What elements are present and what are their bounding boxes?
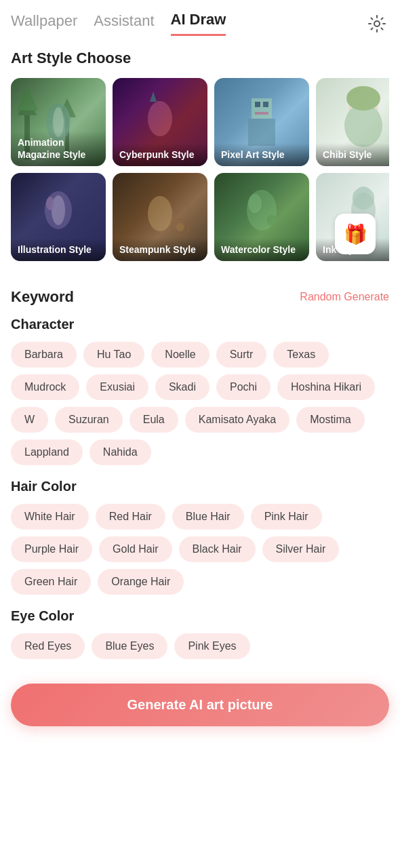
tag-orange-hair[interactable]: Orange Hair [98, 569, 184, 595]
svg-rect-19 [263, 102, 268, 107]
character-tags: Barbara Hu Tao Noelle Surtr Texas Mudroc… [11, 342, 389, 465]
art-card-illustration-label: Illustration Style [11, 238, 106, 261]
keyword-title: Keyword [11, 288, 74, 306]
art-card-chibi-label: Chibi Style [316, 143, 389, 166]
tag-mudrock[interactable]: Mudrock [11, 374, 79, 400]
svg-point-0 [374, 21, 380, 26]
tab-wallpaper[interactable]: Wallpaper [11, 12, 77, 35]
tag-blue-eyes[interactable]: Blue Eyes [92, 633, 167, 659]
tag-mostima[interactable]: Mostima [296, 407, 364, 433]
tag-silver-hair[interactable]: Silver Hair [262, 536, 340, 562]
svg-rect-20 [255, 112, 268, 115]
tag-surtr[interactable]: Surtr [216, 342, 267, 368]
svg-point-16 [176, 223, 184, 231]
art-grid: Animation Magazine Style Illustration St… [11, 78, 389, 268]
svg-rect-17 [252, 98, 272, 119]
tag-pink-hair[interactable]: Pink Hair [251, 504, 322, 530]
tab-ai-draw[interactable]: AI Draw [171, 11, 226, 36]
tag-nahida[interactable]: Nahida [89, 439, 151, 465]
svg-rect-18 [255, 102, 260, 107]
svg-rect-21 [248, 119, 275, 146]
svg-point-14 [148, 196, 172, 231]
gift-icon[interactable]: 🎁 [335, 214, 376, 254]
art-card-animation-label: Animation Magazine Style [11, 131, 106, 166]
hair-color-tags: White Hair Red Hair Blue Hair Pink Hair … [11, 504, 389, 595]
svg-point-10 [46, 197, 54, 210]
art-col-1: Animation Magazine Style Illustration St… [11, 78, 106, 261]
svg-point-24 [266, 215, 277, 226]
tag-suzuran[interactable]: Suzuran [55, 407, 123, 433]
tag-noelle[interactable]: Noelle [151, 342, 209, 368]
keyword-section: Keyword Random Generate Character Barbar… [0, 275, 400, 659]
art-col-2: Cyberpunk Style Steampunk Style [113, 78, 207, 261]
art-card-pixel-label: Pixel Art Style [214, 143, 309, 166]
tag-barbara[interactable]: Barbara [11, 342, 77, 368]
hair-color-title: Hair Color [11, 479, 389, 494]
art-card-watercolor[interactable]: Watercolor Style [214, 173, 309, 261]
art-card-animation[interactable]: Animation Magazine Style [11, 78, 106, 166]
tag-exusiai[interactable]: Exusiai [86, 374, 148, 400]
eye-color-tags: Red Eyes Blue Eyes Pink Eyes [11, 633, 389, 659]
art-card-steampunk-label: Steampunk Style [113, 238, 207, 261]
tag-green-hair[interactable]: Green Hair [11, 569, 91, 595]
tag-texas[interactable]: Texas [273, 342, 329, 368]
svg-point-29 [346, 86, 380, 111]
header: Wallpaper Assistant AI Draw [0, 0, 400, 36]
art-card-steampunk[interactable]: Steampunk Style [113, 173, 207, 261]
art-card-watercolor-label: Watercolor Style [214, 238, 309, 261]
generate-btn[interactable]: Generate AI art picture [11, 684, 389, 726]
art-card-cyberpunk[interactable]: Cyberpunk Style [113, 78, 207, 166]
settings-icon[interactable] [365, 12, 389, 36]
tag-lappland[interactable]: Lappland [11, 439, 83, 465]
tag-red-hair[interactable]: Red Hair [96, 504, 165, 530]
art-col-3: Pixel Art Style Watercolor Style [214, 78, 309, 261]
character-subsection: Character Barbara Hu Tao Noelle Surtr Te… [11, 317, 389, 465]
hair-color-subsection: Hair Color White Hair Red Hair Blue Hair… [11, 479, 389, 595]
art-grid-container: Animation Magazine Style Illustration St… [11, 78, 389, 268]
tag-pink-eyes[interactable]: Pink Eyes [174, 633, 249, 659]
tab-assistant[interactable]: Assistant [94, 12, 154, 35]
tag-red-eyes[interactable]: Red Eyes [11, 633, 85, 659]
svg-point-23 [248, 194, 262, 213]
art-style-section: Art Style Choose Animation Magazi [0, 36, 400, 268]
tag-black-hair[interactable]: Black Hair [179, 536, 256, 562]
svg-point-12 [148, 101, 172, 136]
art-style-title: Art Style Choose [11, 50, 389, 67]
tag-pochi[interactable]: Pochi [216, 374, 271, 400]
keyword-header: Keyword Random Generate [11, 288, 389, 306]
generate-btn-wrap: Generate AI art picture [0, 673, 400, 737]
art-card-pixel[interactable]: Pixel Art Style [214, 78, 309, 166]
art-card-cyberpunk-label: Cyberpunk Style [113, 143, 207, 166]
svg-marker-3 [16, 85, 38, 111]
tag-hoshina-hikari[interactable]: Hoshina Hikari [277, 374, 375, 400]
eye-color-subsection: Eye Color Red Eyes Blue Eyes Pink Eyes [11, 608, 389, 659]
tag-w[interactable]: W [11, 407, 48, 433]
tag-eula[interactable]: Eula [129, 407, 178, 433]
tag-purple-hair[interactable]: Purple Hair [11, 536, 92, 562]
tag-white-hair[interactable]: White Hair [11, 504, 89, 530]
tag-kamisato-ayaka[interactable]: Kamisato Ayaka [185, 407, 289, 433]
tag-gold-hair[interactable]: Gold Hair [99, 536, 172, 562]
tag-hu-tao[interactable]: Hu Tao [83, 342, 144, 368]
tag-skadi[interactable]: Skadi [155, 374, 209, 400]
random-generate-btn[interactable]: Random Generate [300, 291, 389, 303]
character-title: Character [11, 317, 389, 332]
eye-color-title: Eye Color [11, 608, 389, 624]
tag-blue-hair[interactable]: Blue Hair [172, 504, 244, 530]
art-card-illustration[interactable]: Illustration Style [11, 173, 106, 261]
art-card-chibi[interactable]: Chibi Style [316, 78, 389, 166]
